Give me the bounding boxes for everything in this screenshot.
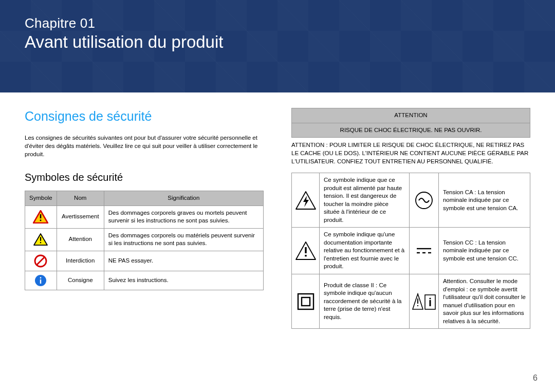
chapter-header: Chapitre 01 Avant utilisation du produit — [0, 0, 555, 92]
attention-header-table: ATTENTION RISQUE DE CHOC ÉLECTRIQUE. NE … — [291, 108, 530, 138]
row-name: Interdiction — [57, 251, 104, 271]
svg-rect-3 — [40, 242, 41, 243]
chapter-number: Chapitre 01 — [25, 15, 530, 31]
svg-rect-2 — [40, 237, 41, 240]
svg-rect-18 — [417, 298, 418, 304]
table-row: Avertissement Des dommages corporels gra… — [25, 206, 264, 228]
section-intro: Les consignes de sécurités suivantes ont… — [25, 134, 264, 158]
table-row: Ce symbole indique que ce produit est al… — [292, 173, 530, 228]
table-row: Interdiction NE PAS essayer. — [25, 251, 264, 271]
row-meaning: Des dommages corporels graves ou mortels… — [104, 206, 263, 228]
attention-header1: ATTENTION — [292, 108, 530, 123]
row-name: Attention — [57, 228, 104, 251]
svg-rect-10 — [305, 247, 306, 253]
svg-rect-19 — [417, 305, 418, 306]
row-meaning: Des dommages corporels ou matériels peuv… — [104, 228, 263, 251]
instruction-icon — [25, 271, 57, 290]
row-name: Avertissement — [57, 206, 104, 228]
table-row: Produit de classe II : Ce symbole indiqu… — [292, 274, 530, 328]
left-column: Consignes de sécurité Les consignes de s… — [25, 108, 264, 329]
class-ii-icon — [292, 274, 320, 328]
attention-header2: RISQUE DE CHOC ÉLECTRIQUE. NE PAS OUVRIR… — [292, 123, 530, 138]
table-row: Ce symbole indique qu'une documentation … — [292, 228, 530, 274]
svg-rect-8 — [40, 279, 41, 284]
svg-rect-1 — [40, 220, 42, 221]
chapter-title: Avant utilisation du produit — [25, 32, 530, 52]
page-number: 6 — [533, 374, 538, 383]
desc-cell: Tension CA : La tension nominale indiqué… — [438, 173, 530, 228]
important-doc-icon — [292, 228, 320, 274]
table-row: Consigne Suivez les instructions. — [25, 271, 264, 290]
row-meaning: Suivez les instructions. — [104, 271, 263, 290]
svg-rect-16 — [298, 294, 313, 309]
consult-manual-icon — [409, 274, 438, 328]
th-name: Nom — [57, 191, 104, 206]
symbols-table: Symbole Nom Signification Avertissement … — [25, 191, 264, 290]
desc-cell: Tension CC : La tension nominale indiqué… — [438, 228, 530, 274]
th-meaning: Signification — [104, 191, 263, 206]
section-title: Consignes de sécurité — [25, 108, 264, 125]
row-meaning: NE PAS essayer. — [104, 251, 263, 271]
th-symbol: Symbole — [25, 191, 57, 206]
table-row: Attention Des dommages corporels ou maté… — [25, 228, 264, 251]
svg-rect-17 — [302, 297, 310, 306]
prohibition-icon — [25, 251, 57, 271]
svg-rect-22 — [429, 300, 431, 306]
svg-rect-7 — [40, 277, 41, 278]
desc-cell: Ce symbole indique que ce produit est al… — [320, 173, 410, 228]
attention-icons-table: Ce symbole indique que ce produit est al… — [291, 173, 530, 329]
subsection-title: Symboles de sécurité — [25, 171, 264, 184]
row-name: Consigne — [57, 271, 104, 290]
warning-red-triangle-icon — [25, 206, 57, 228]
attention-note: ATTENTION : POUR LIMITER LE RISQUE DE CH… — [291, 138, 530, 173]
dc-voltage-icon — [409, 228, 438, 274]
high-voltage-icon — [292, 173, 320, 228]
right-column: ATTENTION RISQUE DE CHOC ÉLECTRIQUE. NE … — [291, 108, 530, 329]
document-page: Chapitre 01 Avant utilisation du produit… — [0, 0, 555, 392]
svg-line-5 — [37, 257, 45, 265]
svg-point-21 — [429, 297, 431, 299]
svg-rect-11 — [305, 255, 306, 256]
ac-voltage-icon — [409, 173, 438, 228]
warning-yellow-triangle-icon — [25, 228, 57, 251]
desc-cell: Attention. Consulter le mode d'emploi : … — [438, 274, 530, 328]
content-columns: Consignes de sécurité Les consignes de s… — [0, 92, 555, 329]
desc-cell: Ce symbole indique qu'une documentation … — [320, 228, 410, 274]
desc-cell: Produit de classe II : Ce symbole indiqu… — [320, 274, 410, 328]
svg-rect-0 — [40, 214, 42, 218]
